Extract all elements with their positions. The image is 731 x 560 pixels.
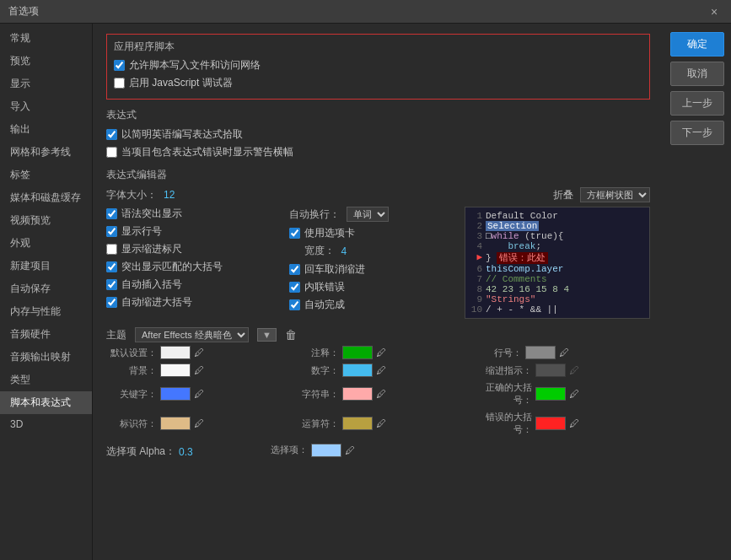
color-number-swatch[interactable] (342, 363, 373, 377)
sidebar-item-音频输出映射[interactable]: 音频输出映射 (0, 346, 92, 369)
color-default-swatch[interactable] (160, 346, 191, 359)
selection-highlight: Selection (486, 221, 539, 231)
color-linenum-swatch[interactable] (525, 346, 556, 359)
fold-select[interactable]: 方框树状图 缩进 (580, 187, 650, 202)
sidebar-item-媒体和磁盘缓存[interactable]: 媒体和磁盘缓存 (0, 186, 92, 209)
fold-label: 折叠 (553, 188, 573, 202)
sidebar: 常规预览显示导入输出网格和参考线标签媒体和磁盘缓存视频预览外观新建项目自动保存内… (0, 24, 93, 560)
color-bg-eyedropper[interactable]: 🖊 (194, 364, 204, 376)
script-check2[interactable] (114, 78, 125, 89)
color-default-eyedropper[interactable]: 🖊 (194, 347, 204, 358)
prev-button[interactable]: 上一步 (670, 91, 724, 116)
sidebar-item-脚本和表达式[interactable]: 脚本和表达式 (0, 391, 92, 414)
window-title: 首选项 (8, 4, 39, 19)
color-string-swatch[interactable] (342, 387, 373, 401)
sidebar-item-新建项目[interactable]: 新建项目 (0, 255, 92, 277)
sidebar-item-音频硬件[interactable]: 音频硬件 (0, 323, 92, 346)
color-operator-eyedropper[interactable]: 🖊 (376, 417, 386, 429)
color-good-bracket-eyedropper[interactable]: 🖊 (569, 388, 579, 400)
color-keyword-eyedropper[interactable]: 🖊 (194, 388, 204, 400)
content-area: 应用程序脚本 允许脚本写入文件和访问网络 启用 JavaScript 调试器 表… (93, 24, 664, 560)
theme-select[interactable]: After Effects 经典暗色 (135, 327, 249, 342)
color-indent: 缩进指示： 🖊 (471, 363, 650, 377)
tab-width-label: 宽度： (304, 244, 335, 258)
color-identifier-eyedropper[interactable]: 🖊 (194, 417, 204, 429)
color-identifier-swatch[interactable] (160, 417, 191, 430)
right-checks: 自动换行： 单词 字符 无 使用选项卡 (289, 207, 459, 315)
bracket-check[interactable] (106, 261, 117, 272)
color-good-bracket-swatch[interactable] (535, 387, 566, 401)
sidebar-item-输出[interactable]: 输出 (0, 118, 92, 141)
color-bg-swatch[interactable] (160, 363, 191, 377)
expr-check2-label: 当项目包含表达式错误时显示警告横幅 (121, 145, 293, 159)
title-bar: 首选项 × (0, 0, 731, 24)
color-selection-swatch[interactable] (311, 444, 341, 457)
color-keyword: 关键字： 🖊 (106, 381, 285, 407)
editor-options: 语法突出显示 显示行号 显示缩进标尺 (106, 207, 458, 319)
sidebar-item-标签[interactable]: 标签 (0, 164, 92, 186)
autocomplete-check[interactable] (289, 299, 300, 310)
linenum-check[interactable] (106, 226, 117, 237)
expr-check1-label: 以简明英语编写表达式拾取 (121, 127, 243, 142)
color-selection-eyedropper[interactable]: 🖊 (345, 444, 355, 456)
sidebar-item-内存与性能[interactable]: 内存与性能 (0, 300, 92, 323)
indent-ruler-check[interactable] (106, 244, 117, 255)
deindent-label: 回车取消缩进 (304, 262, 365, 277)
color-comment-swatch[interactable] (342, 346, 373, 359)
script-check1[interactable] (114, 60, 125, 71)
inline-error-check-row: 内联错误 (289, 280, 459, 294)
cancel-button[interactable]: 取消 (670, 62, 724, 86)
sidebar-item-自动保存[interactable]: 自动保存 (0, 277, 92, 300)
inline-error-check[interactable] (289, 282, 300, 293)
expression-section: 表达式 以简明英语编写表达式拾取 当项目包含表达式错误时显示警告横幅 (106, 108, 650, 159)
expr-check2[interactable] (106, 147, 117, 158)
tab-label: 使用选项卡 (304, 226, 355, 240)
alpha-selection-row: 选择项 Alpha： 0.3 选择项： 🖊 (106, 441, 650, 459)
sidebar-item-常规[interactable]: 常规 (0, 27, 92, 50)
color-keyword-swatch[interactable] (160, 387, 191, 401)
bracket-label: 突出显示匹配的大括号 (121, 260, 223, 274)
linenum-label: 显示行号 (121, 224, 162, 239)
expr-check1[interactable] (106, 129, 117, 140)
sidebar-item-导入[interactable]: 导入 (0, 95, 92, 118)
sidebar-item-3D[interactable]: 3D (0, 414, 92, 434)
sidebar-item-外观[interactable]: 外观 (0, 232, 92, 255)
theme-row: 主题 After Effects 经典暗色 ▼ 🗑 (106, 327, 650, 342)
code-line-9: 9 "Strings" (469, 294, 646, 304)
sidebar-item-类型[interactable]: 类型 (0, 369, 92, 391)
auto-bracket-check[interactable] (106, 279, 117, 290)
code-line-4: 4 break; (469, 241, 646, 251)
bracket-check-row: 突出显示匹配的大括号 (106, 260, 276, 274)
theme-dropdown-btn[interactable]: ▼ (257, 328, 277, 342)
color-string-eyedropper[interactable]: 🖊 (376, 388, 386, 400)
syntax-check[interactable] (106, 208, 117, 219)
color-string: 字符串： 🖊 (288, 381, 467, 407)
next-button[interactable]: 下一步 (670, 121, 724, 145)
ok-button[interactable]: 确定 (670, 32, 724, 57)
error-label: 错误：此处 (497, 252, 548, 264)
editor-top-row: 字体大小： 12 折叠 方框树状图 缩进 (106, 187, 650, 202)
color-comment-eyedropper[interactable]: 🖊 (376, 347, 386, 358)
color-bad-bracket-eyedropper[interactable]: 🖊 (569, 417, 579, 429)
tab-check[interactable] (289, 228, 300, 239)
sidebar-item-预览[interactable]: 预览 (0, 50, 92, 73)
auto-wrap-label: 自动换行： (289, 207, 340, 222)
sidebar-item-显示[interactable]: 显示 (0, 73, 92, 95)
tab-check-row: 使用选项卡 (289, 226, 459, 240)
sidebar-item-视频预览[interactable]: 视频预览 (0, 209, 92, 232)
linenum-check-row: 显示行号 (106, 224, 276, 239)
delete-theme-icon[interactable]: 🗑 (285, 328, 297, 342)
color-linenum-eyedropper[interactable]: 🖊 (559, 347, 569, 358)
script-check2-row: 启用 JavaScript 调试器 (114, 76, 642, 90)
color-bad-bracket-swatch[interactable] (535, 417, 566, 430)
close-button[interactable]: × (706, 3, 723, 20)
color-indent-swatch[interactable] (535, 363, 566, 377)
sidebar-item-网格和参考线[interactable]: 网格和参考线 (0, 141, 92, 164)
color-number-eyedropper[interactable]: 🖊 (376, 364, 386, 376)
inline-error-label: 内联错误 (304, 280, 345, 294)
color-operator-swatch[interactable] (342, 417, 373, 430)
auto-indent-check[interactable] (106, 297, 117, 308)
editor-main: 语法突出显示 显示行号 显示缩进标尺 (106, 207, 650, 319)
deindent-check[interactable] (289, 264, 300, 275)
auto-wrap-select[interactable]: 单词 字符 无 (347, 207, 389, 222)
